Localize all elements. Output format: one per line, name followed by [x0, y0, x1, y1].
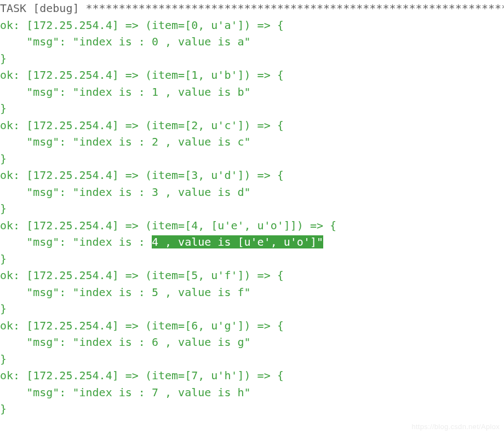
result-line: ok: [172.25.254.4] => (item=[4, [u'e', u…	[0, 219, 336, 232]
result-msg: "msg": "index is : 1 , value is b"	[0, 85, 251, 99]
result-line: ok: [172.25.254.4] => (item=[0, u'a']) =…	[0, 19, 284, 32]
result-close: }	[0, 402, 7, 415]
watermark-text: https://blog.csdn.net/Aplox	[411, 423, 500, 431]
result-close: }	[0, 252, 7, 265]
task-header: TASK [debug] ***************************…	[0, 2, 504, 15]
result-close: }	[0, 52, 7, 65]
result-line: ok: [172.25.254.4] => (item=[2, u'c']) =…	[0, 119, 284, 132]
terminal-output: TASK [debug] ***************************…	[0, 0, 504, 418]
result-msg: "msg": "index is : 6 , value is g"	[0, 335, 251, 349]
result-msg: "msg": "index is : 0 , value is a"	[0, 35, 251, 48]
result-line: ok: [172.25.254.4] => (item=[5, u'f']) =…	[0, 269, 284, 282]
result-close: }	[0, 352, 7, 366]
result-line: ok: [172.25.254.4] => (item=[7, u'h']) =…	[0, 369, 284, 382]
result-line: ok: [172.25.254.4] => (item=[6, u'g']) =…	[0, 319, 284, 332]
result-msg: "msg": "index is : 4 , value is [u'e', u…	[0, 235, 323, 248]
result-close: }	[0, 202, 7, 215]
highlighted-text: 4 , value is [u'e', u'o']"	[152, 235, 323, 248]
result-close: }	[0, 152, 7, 165]
result-msg: "msg": "index is : 5 , value is f"	[0, 286, 251, 299]
result-line: ok: [172.25.254.4] => (item=[3, u'd']) =…	[0, 169, 284, 182]
result-close: }	[0, 102, 7, 115]
result-close: }	[0, 302, 7, 315]
result-msg: "msg": "index is : 3 , value is d"	[0, 186, 251, 199]
result-msg: "msg": "index is : 7 , value is h"	[0, 386, 251, 399]
result-msg: "msg": "index is : 2 , value is c"	[0, 135, 251, 148]
result-line: ok: [172.25.254.4] => (item=[1, u'b']) =…	[0, 68, 284, 82]
